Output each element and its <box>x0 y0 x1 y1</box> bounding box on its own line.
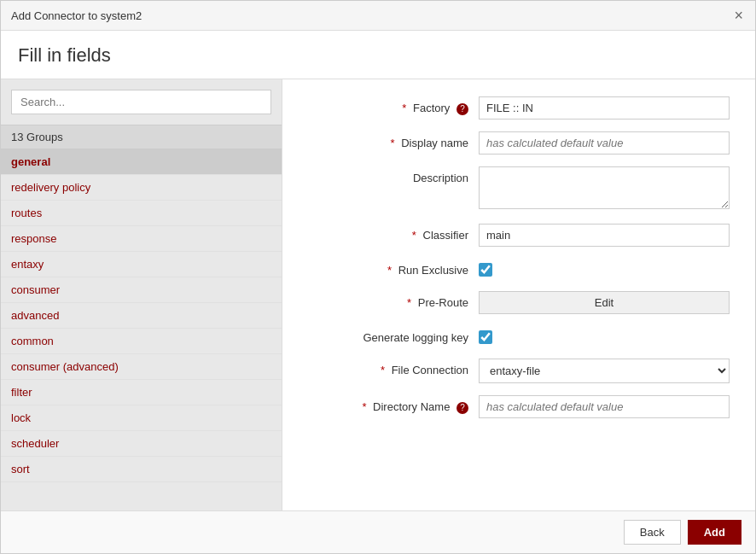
directory-name-row: * Directory Name ? <box>308 395 730 418</box>
generate-logging-key-checkbox[interactable] <box>479 330 492 344</box>
file-connection-required-star: * <box>381 364 385 376</box>
sidebar-item-entaxy[interactable]: entaxy <box>1 252 282 277</box>
description-label-text: Description <box>413 172 468 184</box>
classifier-control <box>479 224 730 247</box>
back-button[interactable]: Back <box>624 520 681 545</box>
sidebar-item-consumer[interactable]: consumer <box>1 277 282 303</box>
run-exclusive-label: * Run Exclusive <box>308 259 479 277</box>
dialog-title: Add Connector to system2 <box>11 9 142 22</box>
description-control <box>479 166 730 212</box>
groups-header: 13 Groups <box>1 125 282 149</box>
directory-name-required-star: * <box>362 400 366 413</box>
run-exclusive-control <box>479 259 730 279</box>
classifier-required-star: * <box>412 229 416 242</box>
sidebar: 13 Groups general redelivery policy rout… <box>1 79 282 510</box>
display-name-row: * Display name <box>308 131 730 155</box>
generate-logging-key-label: Generate logging key <box>308 326 479 344</box>
generate-logging-key-label-text: Generate logging key <box>363 331 468 344</box>
factory-input[interactable] <box>479 96 730 120</box>
classifier-input[interactable] <box>479 224 730 247</box>
file-connection-label-text: File Connection <box>392 364 468 376</box>
factory-row: * Factory ? <box>308 96 730 120</box>
page-title: Fill in fields <box>1 31 755 79</box>
classifier-label: * Classifier <box>308 224 479 242</box>
add-button[interactable]: Add <box>688 520 741 545</box>
dialog-footer: Back Add <box>1 510 755 553</box>
dialog-body: 13 Groups general redelivery policy rout… <box>1 79 755 510</box>
factory-label-text: Factory <box>413 102 450 114</box>
generate-logging-key-control <box>479 326 730 347</box>
pre-route-label: * Pre-Route <box>308 291 479 309</box>
directory-name-help-icon[interactable]: ? <box>457 402 468 414</box>
pre-route-row: * Pre-Route Edit <box>308 291 730 314</box>
display-name-required-star: * <box>391 137 395 149</box>
factory-required-star: * <box>402 102 406 114</box>
description-textarea[interactable] <box>479 166 730 209</box>
search-input[interactable] <box>11 90 271 114</box>
file-connection-control: entaxy-file <box>479 359 730 383</box>
classifier-row: * Classifier <box>308 224 730 247</box>
directory-name-input[interactable] <box>479 395 730 418</box>
display-name-input[interactable] <box>479 131 730 155</box>
sidebar-item-consumer-advanced[interactable]: consumer (advanced) <box>1 354 282 380</box>
classifier-label-text: Classifier <box>423 229 468 242</box>
generate-logging-key-row: Generate logging key <box>308 326 730 347</box>
run-exclusive-checkbox[interactable] <box>479 263 492 277</box>
sidebar-item-advanced[interactable]: advanced <box>1 303 282 329</box>
sidebar-item-scheduler[interactable]: scheduler <box>1 431 282 457</box>
description-row: Description <box>308 166 730 212</box>
pre-route-control: Edit <box>479 291 730 314</box>
dialog-titlebar: Add Connector to system2 × <box>1 1 755 31</box>
sidebar-item-routes[interactable]: routes <box>1 201 282 226</box>
file-connection-label: * File Connection <box>308 359 479 376</box>
directory-name-label: * Directory Name ? <box>308 395 479 414</box>
directory-name-control <box>479 395 730 418</box>
description-label: Description <box>308 166 479 184</box>
sidebar-item-lock[interactable]: lock <box>1 405 282 431</box>
sidebar-item-general[interactable]: general <box>1 149 282 175</box>
display-name-control <box>479 131 730 155</box>
file-connection-select[interactable]: entaxy-file <box>479 359 730 383</box>
factory-label: * Factory ? <box>308 96 479 115</box>
main-content: * Factory ? * Display name <box>282 79 755 510</box>
run-exclusive-required-star: * <box>387 264 392 277</box>
sidebar-list: general redelivery policy routes respons… <box>1 149 282 510</box>
factory-help-icon[interactable]: ? <box>457 103 468 115</box>
display-name-label-text: Display name <box>401 137 468 149</box>
run-exclusive-row: * Run Exclusive <box>308 259 730 279</box>
dialog: Add Connector to system2 × Fill in field… <box>0 0 756 554</box>
run-exclusive-label-text: Run Exclusive <box>398 264 468 277</box>
display-name-label: * Display name <box>308 131 479 149</box>
sidebar-item-common[interactable]: common <box>1 329 282 354</box>
close-button[interactable]: × <box>732 8 745 23</box>
pre-route-required-star: * <box>407 296 411 309</box>
pre-route-edit-button[interactable]: Edit <box>479 291 730 314</box>
sidebar-item-filter[interactable]: filter <box>1 380 282 405</box>
sidebar-item-redelivery-policy[interactable]: redelivery policy <box>1 175 282 201</box>
pre-route-label-text: Pre-Route <box>418 296 468 309</box>
file-connection-row: * File Connection entaxy-file <box>308 359 730 383</box>
directory-name-label-text: Directory Name <box>373 400 450 413</box>
factory-control <box>479 96 730 120</box>
sidebar-item-sort[interactable]: sort <box>1 457 282 482</box>
sidebar-item-response[interactable]: response <box>1 226 282 252</box>
